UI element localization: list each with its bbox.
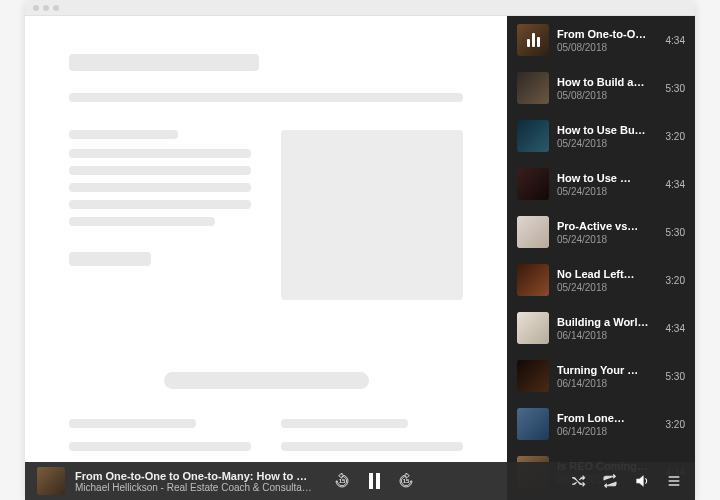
- episode-duration: 5:30: [666, 371, 685, 382]
- episode-date: 06/14/2018: [557, 378, 658, 389]
- episode-thumbnail: [517, 24, 549, 56]
- episode-thumbnail: [517, 216, 549, 248]
- episode-date: 05/24/2018: [557, 282, 658, 293]
- skeleton-line: [69, 200, 251, 209]
- skip-forward-button[interactable]: 15: [397, 472, 415, 490]
- episode-title: Pro-Active vs…: [557, 220, 655, 232]
- episode-duration: 3:20: [666, 419, 685, 430]
- secondary-controls: [569, 472, 683, 490]
- skeleton-heading: [69, 54, 259, 71]
- episode-title: How to Use Bu…: [557, 124, 655, 136]
- episode-date: 05/24/2018: [557, 234, 658, 245]
- window-titlebar: [25, 0, 695, 16]
- main-content-skeleton: [25, 16, 507, 500]
- app-window: From One-to-O…05/08/20184:34How to Build…: [25, 0, 695, 500]
- episode-title: From One-to-O…: [557, 28, 655, 40]
- repeat-button[interactable]: [601, 472, 619, 490]
- skeleton-button: [69, 252, 151, 266]
- episode-date: 05/24/2018: [557, 138, 658, 149]
- episode-thumbnail: [517, 408, 549, 440]
- skeleton-pill: [164, 372, 369, 389]
- episode-thumbnail: [517, 264, 549, 296]
- episode-thumbnail: [517, 168, 549, 200]
- episode-sidebar[interactable]: From One-to-O…05/08/20184:34How to Build…: [507, 16, 695, 500]
- episode-row[interactable]: How to Use …05/24/20184:34: [507, 160, 695, 208]
- episode-duration: 5:30: [666, 83, 685, 94]
- episode-row[interactable]: Building a Worl…06/14/20184:34: [507, 304, 695, 352]
- skeleton-line: [69, 166, 251, 175]
- skip-back-button[interactable]: 15: [333, 472, 351, 490]
- episode-thumbnail: [517, 120, 549, 152]
- episode-duration: 3:20: [666, 275, 685, 286]
- playback-controls: 15 15: [333, 472, 415, 490]
- skeleton-line: [281, 419, 408, 428]
- episode-title: How to Use …: [557, 172, 655, 184]
- episode-duration: 4:34: [666, 179, 685, 190]
- skip-forward-label: 15: [403, 478, 410, 484]
- episode-title: Building a Worl…: [557, 316, 655, 328]
- skeleton-line: [69, 93, 463, 102]
- episode-title: Turning Your …: [557, 364, 655, 376]
- skeleton-line: [69, 217, 215, 226]
- skeleton-line: [69, 442, 251, 451]
- now-playing-text: From One-to-One to One-to-Many: How to B…: [75, 470, 313, 493]
- skeleton-line: [69, 183, 251, 192]
- episode-duration: 3:20: [666, 131, 685, 142]
- episode-date: 05/08/2018: [557, 42, 658, 53]
- volume-button[interactable]: [633, 472, 651, 490]
- episode-date: 05/08/2018: [557, 90, 658, 101]
- skeleton-line: [69, 149, 251, 158]
- episode-date: 06/14/2018: [557, 330, 658, 341]
- now-playing-indicator-icon: [527, 33, 540, 47]
- episode-title: No Lead Left…: [557, 268, 655, 280]
- episode-row[interactable]: Turning Your …06/14/20185:30: [507, 352, 695, 400]
- episode-title: How to Build a…: [557, 76, 655, 88]
- episode-thumbnail: [517, 360, 549, 392]
- episode-date: 06/14/2018: [557, 426, 658, 437]
- playlist-button[interactable]: [665, 472, 683, 490]
- episode-thumbnail: [517, 312, 549, 344]
- pause-button[interactable]: [367, 472, 381, 490]
- now-playing-thumbnail: [37, 467, 65, 495]
- episode-row[interactable]: How to Build a…05/08/20185:30: [507, 64, 695, 112]
- traffic-light-min[interactable]: [43, 5, 49, 11]
- skeleton-line: [281, 442, 463, 451]
- traffic-light-close[interactable]: [33, 5, 39, 11]
- episode-row[interactable]: How to Use Bu…05/24/20183:20: [507, 112, 695, 160]
- skeleton-image: [281, 130, 463, 300]
- skip-back-label: 15: [339, 478, 346, 484]
- traffic-light-max[interactable]: [53, 5, 59, 11]
- now-playing-title: From One-to-One to One-to-Many: How to B…: [75, 470, 313, 482]
- episode-row[interactable]: No Lead Left…05/24/20183:20: [507, 256, 695, 304]
- episode-duration: 5:30: [666, 227, 685, 238]
- player-bar: From One-to-One to One-to-Many: How to B…: [25, 462, 695, 500]
- episode-duration: 4:34: [666, 323, 685, 334]
- episode-row[interactable]: From Lone…06/14/20183:20: [507, 400, 695, 448]
- episode-title: From Lone…: [557, 412, 655, 424]
- skeleton-line: [69, 419, 196, 428]
- episode-date: 05/24/2018: [557, 186, 658, 197]
- skeleton-line: [69, 130, 178, 139]
- episode-row[interactable]: Pro-Active vs…05/24/20185:30: [507, 208, 695, 256]
- episode-thumbnail: [517, 72, 549, 104]
- shuffle-button[interactable]: [569, 472, 587, 490]
- episode-duration: 4:34: [666, 35, 685, 46]
- now-playing-subtitle: Michael Hellickson - Real Estate Coach &…: [75, 482, 313, 493]
- episode-row[interactable]: From One-to-O…05/08/20184:34: [507, 16, 695, 64]
